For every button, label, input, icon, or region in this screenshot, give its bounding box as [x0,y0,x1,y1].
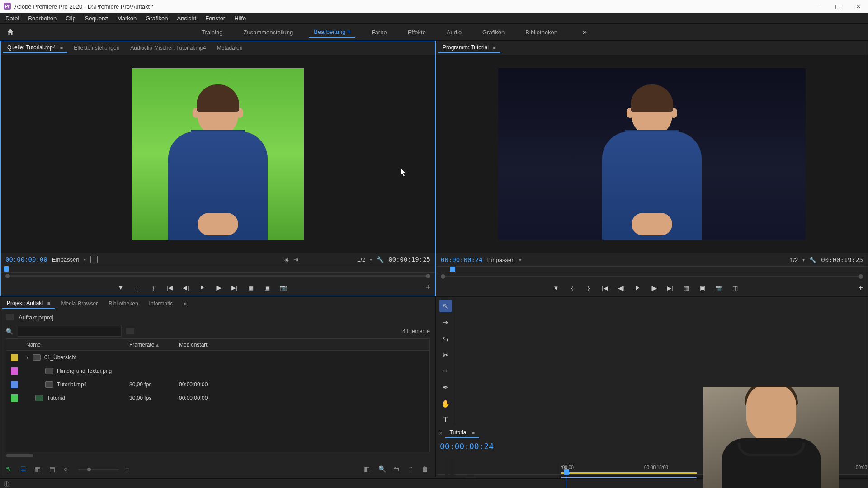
delete-icon[interactable]: 🗑 [422,465,430,474]
mark-out-icon[interactable]: } [584,283,594,293]
play-icon[interactable] [632,283,642,293]
program-wrench-icon[interactable]: 🔧 [809,257,816,263]
source-playhead-icon[interactable] [4,266,9,272]
razor-tool-icon[interactable]: ✂ [439,348,452,361]
menu-sequenz[interactable]: Sequenz [81,14,112,23]
comparison-view-icon[interactable]: ◫ [730,283,740,293]
workspace-grafiken[interactable]: Grafiken [478,27,509,38]
source-zoom-dropdown[interactable]: 1/2 [357,256,372,263]
menu-fenster[interactable]: Fenster [202,14,229,23]
menu-datei[interactable]: Datei [2,14,23,23]
export-frame-icon[interactable]: 📷 [714,283,724,293]
program-fit-dropdown[interactable]: Einpassen [487,257,522,263]
go-to-in-icon[interactable]: |◀ [165,282,175,292]
go-to-out-icon[interactable]: ▶| [230,282,240,292]
source-wrench-icon[interactable]: 🔧 [377,256,384,263]
project-search-input[interactable] [18,326,122,337]
freeform-view-icon[interactable]: ▤ [49,465,57,474]
lift-icon[interactable]: ▦ [681,283,691,293]
mark-in-icon[interactable]: { [132,282,142,292]
icon-view-icon[interactable]: ▦ [35,465,43,474]
pen-tool-icon[interactable]: ✒ [439,381,452,394]
menu-grafiken[interactable]: Grafiken [142,14,171,23]
status-info-icon[interactable]: ⓘ [4,480,10,487]
write-mode-icon[interactable]: ✎ [6,465,14,474]
table-row[interactable]: Tutorial 30,00 fps 00:00:00:00 [6,391,429,405]
menu-bearbeiten[interactable]: Bearbeiten [24,14,60,23]
minimize-button[interactable]: — [811,2,823,11]
table-row[interactable]: Tutorial.mp4 30,00 fps 00:00:00:00 [6,378,429,391]
tab-effekteinstellungen[interactable]: Effekteinstellungen [69,43,124,53]
close-sequence-icon[interactable]: × [439,430,443,436]
program-playhead-icon[interactable] [450,267,455,272]
find-icon[interactable]: 🔍 [378,465,387,474]
tab-audioclip-mischer[interactable]: Audioclip-Mischer: Tutorial.mp4 [126,43,210,53]
type-tool-icon[interactable]: T [439,413,452,426]
tab-projekt[interactable]: Projekt: Auftakt ≡ [2,298,55,309]
workspace-zusammenstellung[interactable]: Zusammenstellung [239,27,297,38]
table-row[interactable]: ▾01_Übersicht [6,351,429,364]
tab-media-browser[interactable]: Media-Browser [57,299,102,309]
track-select-tool-icon[interactable]: ⇥ [439,316,452,328]
step-forward-icon[interactable]: |▶ [649,283,659,293]
close-button[interactable]: ✕ [853,2,864,11]
workspace-bibliotheken[interactable]: Bibliotheken [521,27,562,38]
table-row[interactable]: Hintergrund Textur.png [6,364,429,378]
add-marker-icon[interactable]: ▼ [551,283,561,293]
new-item-icon[interactable]: 🗋 [407,465,415,474]
button-editor-icon[interactable]: + [858,283,863,293]
source-timecode[interactable]: 00:00:00:00 [5,256,47,263]
play-icon[interactable] [197,282,207,292]
workspace-audio[interactable]: Audio [442,27,466,38]
source-insert-icon[interactable]: ⇥ [293,256,298,263]
col-name[interactable]: Name [23,342,129,348]
project-scrollbar[interactable] [6,454,33,457]
step-forward-icon[interactable]: |▶ [213,282,223,292]
slip-tool-icon[interactable]: ↔ [439,365,452,377]
auto-transcribe-icon[interactable]: ◧ [364,465,372,474]
go-to-out-icon[interactable]: ▶| [665,283,675,293]
tab-informatic[interactable]: Informatic [145,299,178,309]
extract-icon[interactable]: ▣ [698,283,708,293]
mark-out-icon[interactable]: } [148,282,158,292]
source-preview[interactable] [1,55,435,253]
workspace-overflow-icon[interactable]: » [583,28,587,36]
tab-metadaten[interactable]: Metadaten [212,43,247,53]
filter-icon[interactable] [126,328,134,334]
selection-tool-icon[interactable]: ↖ [439,300,452,312]
program-zoom-slider[interactable] [436,273,868,280]
program-preview[interactable] [436,55,868,253]
timeline-playhead-icon[interactable] [564,469,569,475]
add-marker-icon[interactable]: ▼ [116,282,126,292]
safe-margins-icon[interactable] [90,256,98,263]
tab-quelle[interactable]: Quelle: Tutorial.mp4 ≡ [3,42,67,53]
maximize-button[interactable]: ▢ [832,2,844,11]
workspace-training[interactable]: Training [197,27,227,38]
col-medienstart[interactable]: Medienstart [179,342,238,348]
col-framerate[interactable]: Framerate ▴ [129,342,179,348]
sort-icon[interactable]: ≡ [125,465,133,474]
thumbnail-size-slider[interactable] [78,469,119,470]
source-scrub-bar[interactable] [1,266,435,273]
source-fit-dropdown[interactable]: Einpassen [52,256,86,263]
mark-in-icon[interactable]: { [567,283,577,293]
menu-hilfe[interactable]: Hilfe [231,14,250,23]
insert-icon[interactable]: ▦ [246,282,256,292]
program-scrub-bar[interactable] [436,266,868,273]
program-timecode[interactable]: 00:00:00:24 [441,256,483,263]
menu-clip[interactable]: Clip [62,14,79,23]
export-frame-icon[interactable]: 📷 [278,282,288,292]
overwrite-icon[interactable]: ▣ [262,282,272,292]
tab-bibliotheken[interactable]: Bibliotheken [104,299,142,309]
zoom-handle-icon[interactable]: ○ [64,465,72,474]
source-zoom-slider[interactable] [1,273,435,279]
source-settings-icon[interactable]: ◈ [284,256,289,263]
work-area-bar[interactable] [561,472,697,474]
tab-programm[interactable]: Programm: Tutorial ≡ [438,42,500,53]
step-back-icon[interactable]: ◀| [181,282,191,292]
workspace-farbe[interactable]: Farbe [367,27,392,38]
menu-marken[interactable]: Marken [113,14,140,23]
tab-sequence[interactable]: Tutorial ≡ [445,427,479,438]
new-bin-icon[interactable]: 🗀 [393,465,401,474]
step-back-icon[interactable]: ◀| [616,283,626,293]
